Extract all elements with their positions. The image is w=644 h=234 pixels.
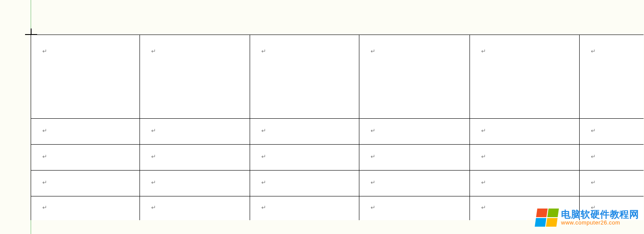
table-cell[interactable]: ↵	[250, 145, 359, 171]
paragraph-mark-icon: ↵	[371, 204, 375, 211]
paragraph-mark-icon: ↵	[591, 48, 596, 54]
table-cell[interactable]: ↵	[250, 35, 359, 119]
watermark: 电脑软硬件教程网 www.computer26.com	[536, 209, 639, 227]
paragraph-mark-icon: ↵	[371, 179, 375, 186]
paragraph-mark-icon: ↵	[151, 179, 156, 186]
table-cell[interactable]: ↵	[250, 196, 359, 220]
windows-logo-icon	[535, 209, 559, 227]
paragraph-mark-icon: ↵	[151, 48, 156, 54]
table-cell[interactable]: ↵	[31, 35, 140, 119]
table-cell[interactable]: ↵	[250, 119, 359, 145]
paragraph-mark-icon: ↵	[481, 48, 486, 54]
paragraph-mark-icon: ↵	[42, 179, 47, 186]
table-cell[interactable]: ↵	[359, 119, 470, 145]
paragraph-mark-icon: ↵	[481, 204, 486, 211]
watermark-url: www.computer26.com	[561, 220, 639, 226]
paragraph-mark-icon: ↵	[42, 48, 47, 54]
paragraph-mark-icon: ↵	[261, 153, 266, 160]
paragraph-mark-icon: ↵	[261, 179, 266, 186]
table-cell[interactable]: ↵	[470, 119, 579, 145]
paragraph-mark-icon: ↵	[591, 179, 596, 186]
paragraph-mark-icon: ↵	[42, 153, 47, 160]
table-cell[interactable]: ↵	[579, 171, 644, 196]
paragraph-mark-icon: ↵	[371, 127, 375, 134]
paragraph-mark-icon: ↵	[261, 204, 266, 211]
table-cell[interactable]: ↵	[31, 196, 140, 220]
paragraph-mark-icon: ↵	[42, 127, 47, 134]
table-cell[interactable]: ↵	[579, 35, 644, 119]
paragraph-mark-icon: ↵	[371, 153, 375, 160]
document-table[interactable]: ↵ ↵ ↵ ↵ ↵ ↵ ↵ ↵ ↵ ↵ ↵ ↵ ↵ ↵ ↵ ↵ ↵ ↵ ↵ ↵ …	[31, 35, 644, 220]
paragraph-mark-icon: ↵	[42, 204, 47, 211]
table-cell[interactable]: ↵	[31, 119, 140, 145]
table-cell[interactable]: ↵	[140, 171, 250, 196]
paragraph-mark-icon: ↵	[481, 153, 486, 160]
table-cell[interactable]: ↵	[140, 145, 250, 171]
watermark-text: 电脑软硬件教程网 www.computer26.com	[561, 209, 639, 226]
watermark-title: 电脑软硬件教程网	[561, 209, 639, 220]
table-cell[interactable]: ↵	[470, 145, 579, 171]
paragraph-mark-icon: ↵	[591, 153, 596, 160]
table-row[interactable]: ↵ ↵ ↵ ↵ ↵ ↵	[31, 35, 644, 119]
table-cell[interactable]: ↵	[470, 35, 579, 119]
paragraph-mark-icon: ↵	[481, 127, 486, 134]
table-cell[interactable]: ↵	[31, 145, 140, 171]
paragraph-mark-icon: ↵	[151, 127, 156, 134]
table-cell[interactable]: ↵	[140, 35, 250, 119]
table-cell[interactable]: ↵	[359, 145, 470, 171]
table-row[interactable]: ↵ ↵ ↵ ↵ ↵ ↵	[31, 145, 644, 171]
paragraph-mark-icon: ↵	[371, 48, 375, 54]
table-cell[interactable]: ↵	[359, 171, 470, 196]
paragraph-mark-icon: ↵	[591, 127, 596, 134]
table-cell[interactable]: ↵	[250, 171, 359, 196]
table-cell[interactable]: ↵	[470, 171, 579, 196]
paragraph-mark-icon: ↵	[261, 48, 266, 54]
table-row[interactable]: ↵ ↵ ↵ ↵ ↵ ↵	[31, 171, 644, 196]
table-cell[interactable]: ↵	[140, 196, 250, 220]
table-cell[interactable]: ↵	[579, 119, 644, 145]
paragraph-mark-icon: ↵	[151, 204, 156, 211]
paragraph-mark-icon: ↵	[481, 179, 486, 186]
table-cell[interactable]: ↵	[31, 171, 140, 196]
paragraph-mark-icon: ↵	[151, 153, 156, 160]
table-cell[interactable]: ↵	[579, 145, 644, 171]
table-cell[interactable]: ↵	[359, 196, 470, 220]
table-cell[interactable]: ↵	[140, 119, 250, 145]
paragraph-mark-icon: ↵	[261, 127, 266, 134]
table-row[interactable]: ↵ ↵ ↵ ↵ ↵ ↵	[31, 119, 644, 145]
table-cell[interactable]: ↵	[359, 35, 470, 119]
